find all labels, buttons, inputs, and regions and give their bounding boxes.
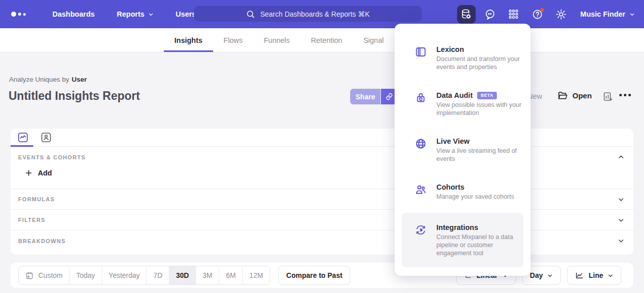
- globe-icon: [415, 138, 427, 150]
- range-7d[interactable]: 7D: [147, 266, 169, 284]
- menu-item-text: Data Audit BETA View possible issues wit…: [436, 91, 522, 117]
- report-tabs: Insights Flows Funnels Retention Signal …: [164, 28, 424, 52]
- tab-profiles-view[interactable]: [40, 132, 52, 144]
- search-placeholder: Search Dashboards & Reports ⌘K: [260, 10, 369, 18]
- range-6m[interactable]: 6M: [219, 266, 242, 284]
- menu-item-desc: View possible issues with your implement…: [436, 101, 522, 117]
- menu-item-desc: Connect Mixpanel to a data pipeline or c…: [436, 233, 517, 257]
- menu-item-data-audit[interactable]: Data Audit BETA View possible issues wit…: [395, 91, 531, 117]
- database-gear-icon: [461, 9, 472, 20]
- query-builder-card: EVENTS & COHORTS Add FORMULAS FILTERS BR…: [11, 129, 633, 255]
- report-tabbar: Insights Flows Funnels Retention Signal …: [0, 28, 644, 52]
- tab-label: Retention: [311, 36, 342, 44]
- dot: [624, 94, 626, 96]
- range-yesterday[interactable]: Yesterday: [102, 266, 147, 284]
- calendar-icon: [25, 271, 34, 280]
- grid-icon: [508, 9, 519, 20]
- add-to-dashboard-button[interactable]: [603, 91, 613, 102]
- primary-nav: Dashboards Reports Users: [52, 10, 196, 18]
- chart-plus-icon: [603, 91, 613, 102]
- top-navigation-bar: Dashboards Reports Users Search Dashboar…: [0, 0, 644, 28]
- nav-item-reports[interactable]: Reports: [117, 10, 154, 18]
- page-title[interactable]: Untitled Insights Report: [9, 89, 140, 103]
- menu-item-desc: View a live streaming feed of events: [436, 147, 522, 163]
- mixpanel-logo[interactable]: [11, 12, 35, 17]
- subtitle-prefix: Analyze Uniques by: [9, 76, 69, 83]
- range-30d[interactable]: 30D: [169, 266, 196, 284]
- menu-item-title-label: Data Audit: [436, 91, 473, 99]
- dot: [619, 94, 622, 96]
- chart-type-dropdown[interactable]: Line: [567, 266, 621, 285]
- logo-dot: [11, 12, 16, 17]
- search-input[interactable]: Search Dashboards & Reports ⌘K: [194, 6, 422, 22]
- notification-dot: [540, 8, 544, 12]
- formulas-section[interactable]: FORMULAS: [11, 189, 633, 210]
- settings-button[interactable]: [552, 5, 570, 24]
- integrations-sync-icon: [415, 224, 427, 236]
- tab-metrics-view[interactable]: [17, 132, 29, 144]
- add-label: Add: [38, 169, 52, 177]
- menu-item-desc: Document and transform your events and p…: [436, 55, 522, 71]
- range-custom[interactable]: Custom: [19, 266, 70, 284]
- tab-signal[interactable]: Signal: [353, 28, 394, 52]
- help-button[interactable]: [528, 5, 547, 24]
- compare-label: Compare to Past: [286, 271, 342, 279]
- add-event-button[interactable]: Add: [25, 169, 52, 177]
- menu-item-desc: Manage your saved cohorts: [436, 193, 522, 201]
- filters-section[interactable]: FILTERS: [11, 210, 633, 230]
- nav-item-dashboards[interactable]: Dashboards: [52, 10, 95, 18]
- events-cohorts-section: EVENTS & COHORTS Add: [11, 147, 633, 189]
- range-label: Custom: [38, 271, 62, 279]
- tab-retention[interactable]: Retention: [300, 28, 353, 52]
- range-today[interactable]: Today: [70, 266, 102, 284]
- open-report-button[interactable]: Open: [557, 90, 592, 101]
- more-options-button[interactable]: [619, 94, 631, 96]
- tab-label: Signal: [363, 36, 383, 44]
- breakdowns-section[interactable]: BREAKDOWNS: [11, 230, 633, 251]
- tab-flows[interactable]: Flows: [213, 28, 253, 52]
- compare-to-past-button[interactable]: Compare to Past: [278, 266, 350, 285]
- apps-grid-button[interactable]: [504, 5, 523, 24]
- range-label: 6M: [226, 271, 235, 279]
- person-tab-icon: [40, 132, 52, 143]
- menu-item-text: Integrations Connect Mixpanel to a data …: [436, 223, 517, 257]
- chevron-down-icon: [148, 12, 154, 17]
- chart-tab-icon: [17, 132, 29, 143]
- nav-label: Dashboards: [52, 10, 95, 18]
- nav-label: Users: [176, 10, 196, 18]
- range-label: Yesterday: [109, 271, 140, 279]
- share-button[interactable]: Share: [350, 89, 380, 104]
- nav-label: Reports: [117, 10, 145, 18]
- date-range-segmented-control: Custom Today Yesterday 7D 30D 3M 6M 12M: [18, 266, 270, 285]
- feedback-button[interactable]: [481, 5, 499, 24]
- project-switcher[interactable]: Music Finder: [581, 10, 635, 18]
- range-label: 12M: [249, 271, 263, 279]
- formulas-header: FORMULAS: [18, 196, 55, 202]
- tab-funnels[interactable]: Funnels: [253, 28, 300, 52]
- filters-header: FILTERS: [18, 217, 45, 223]
- menu-item-title: Live View: [436, 137, 522, 145]
- breakdowns-header: BREAKDOWNS: [18, 238, 66, 244]
- data-management-button[interactable]: [457, 5, 476, 24]
- menu-item-text: Cohorts Manage your saved cohorts: [436, 183, 522, 201]
- menu-item-lexicon[interactable]: Lexicon Document and transform your even…: [395, 45, 531, 71]
- open-label: Open: [572, 91, 592, 100]
- chevron-down-icon: [608, 273, 613, 278]
- range-label: 30D: [176, 271, 189, 279]
- collapse-section-button[interactable]: [618, 154, 624, 160]
- menu-item-cohorts[interactable]: Cohorts Manage your saved cohorts: [395, 183, 531, 201]
- range-12m[interactable]: 12M: [243, 266, 270, 284]
- menu-item-integrations[interactable]: Integrations Connect Mixpanel to a data …: [402, 213, 524, 267]
- plus-icon: [25, 169, 33, 177]
- range-3m[interactable]: 3M: [196, 266, 219, 284]
- menu-item-title: Cohorts: [436, 183, 522, 191]
- search-icon: [246, 10, 255, 19]
- tab-label: Flows: [224, 36, 243, 44]
- range-label: 3M: [203, 271, 212, 279]
- uniques-by-selector[interactable]: User: [72, 76, 87, 83]
- range-label: Today: [76, 271, 95, 279]
- menu-item-live-view[interactable]: Live View View a live streaming feed of …: [395, 137, 531, 163]
- nav-item-users[interactable]: Users: [176, 10, 196, 18]
- tab-insights[interactable]: Insights: [164, 28, 213, 52]
- gear-icon: [555, 9, 567, 20]
